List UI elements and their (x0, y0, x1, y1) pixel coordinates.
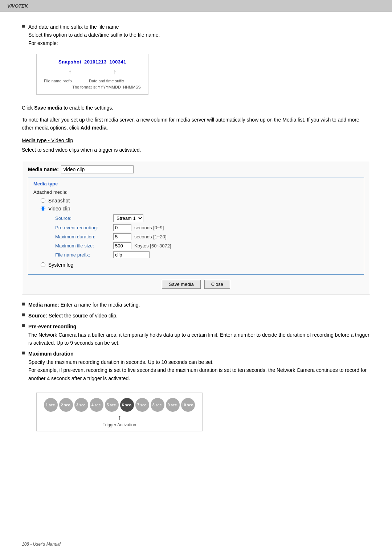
trigger-label: Trigger Activation (44, 422, 195, 427)
video-clip-radio[interactable] (41, 206, 45, 211)
source-select[interactable]: Stream 1 Stream 2 (113, 214, 143, 222)
source-label: Source: (55, 216, 113, 221)
video-clip-radio-row: Video clip (41, 206, 359, 212)
bottom-bullets: Media name: Enter a name for the media s… (22, 301, 370, 383)
footer-page-label: 108 - User's Manual (22, 542, 61, 547)
bullet-icon-source (22, 313, 25, 316)
bullet-text-max-duration: Maximum duration Specify the maximum rec… (28, 350, 370, 382)
system-log-radio[interactable] (41, 262, 45, 267)
bullet-title-1: Add date and time suffix to the file nam… (28, 24, 119, 30)
media-name-row: Media name: (28, 165, 364, 173)
save-media-note: Click Save media to enable the settings. (22, 105, 370, 111)
file-prefix-label: File name prefix: (55, 252, 113, 258)
form-panel: Media name: Media type Attached media: S… (22, 161, 370, 295)
arrow-prefix: ↑ (68, 67, 72, 77)
media-name-label: Media name: (28, 167, 59, 172)
bullet-text-media: Media name: Enter a name for the media s… (28, 301, 370, 309)
media-type-bordered: Media type Attached media: Snapshot Vide… (28, 177, 364, 275)
pre-event-row: Pre-event recording: seconds [0~9] (55, 224, 359, 231)
footer-page: 108 - User's Manual (22, 542, 61, 547)
media-type-sub: Select to send video clips when a trigge… (22, 146, 370, 154)
pre-event-input[interactable] (113, 224, 131, 231)
max-file-label: Maximum file size: (55, 243, 113, 249)
sec-3: 3 sec. (74, 398, 88, 412)
save-media-button[interactable]: Save media (162, 280, 201, 289)
sec-10: 10 sec. (181, 398, 195, 412)
video-clip-label: Video clip (48, 206, 70, 212)
file-prefix-row: File name prefix: (55, 251, 359, 258)
system-log-label: System log (48, 262, 73, 268)
source-row: Source: Stream 1 Stream 2 (55, 214, 359, 222)
sec-2: 2 sec. (59, 398, 73, 412)
file-prefix-input[interactable] (113, 251, 150, 258)
bullet-max-duration: Maximum duration Specify the maximum rec… (22, 350, 370, 382)
add-media-bold: Add media (81, 125, 107, 131)
button-row: Save media Close (28, 280, 364, 289)
bullet-sub-1: Select this option to add a date/time su… (28, 32, 160, 46)
pre-event-label: Pre-event recording: (55, 225, 113, 230)
snapshot-label: Snapshot (48, 198, 70, 204)
close-button[interactable]: Close (204, 280, 230, 289)
sec-8: 8 sec. (151, 398, 164, 412)
bullet-date-suffix: Add date and time suffix to the file nam… (22, 23, 370, 98)
bullet-text-1: Add date and time suffix to the file nam… (28, 23, 370, 47)
page-header: VIVOTEK (0, 0, 392, 12)
media-type-section: Media type - Video clip Select to send v… (22, 136, 370, 154)
filename-example-box: Snapshot_20101213_100341 ↑ ↑ File name p… (36, 54, 148, 95)
max-duration-input[interactable] (113, 233, 131, 240)
sec-1: 1 sec. (44, 398, 58, 412)
sec-circles-row: 1 sec. 2 sec. 3 sec. 4 sec. 5 sec. 6 sec… (44, 398, 195, 412)
save-media-bold: Save media (34, 105, 62, 111)
max-duration-row: Maximum duration: seconds [1~20] (55, 233, 359, 240)
max-file-input[interactable] (113, 242, 131, 249)
media-name-input[interactable] (61, 165, 134, 173)
max-duration-label: Maximum duration: (55, 234, 113, 239)
bullet-title-source: Source: (28, 313, 47, 319)
bullet-title-media: Media name: (28, 302, 59, 308)
max-file-hint: Kbytes [50~3072] (134, 243, 171, 249)
sec-9: 9 sec. (166, 398, 180, 412)
label-prefix: File name prefix (44, 78, 72, 91)
arrows-row: ↑ ↑ (44, 66, 141, 78)
bullet-pre-event: Pre-event recording The Network Camera h… (22, 323, 370, 347)
note-para-1: To note that after you set up the first … (22, 116, 370, 132)
bullet-icon-media (22, 303, 25, 305)
bullet-icon-1 (22, 25, 25, 28)
snapshot-radio[interactable] (41, 198, 45, 203)
main-content: Add date and time suffix to the file nam… (0, 12, 392, 447)
trigger-diagram-box: 1 sec. 2 sec. 3 sec. 4 sec. 5 sec. 6 sec… (36, 393, 203, 431)
sec-5: 5 sec. (105, 398, 119, 412)
pre-event-hint: seconds [0~9] (134, 225, 164, 230)
brand-label: VIVOTEK (7, 3, 28, 9)
max-file-row: Maximum file size: Kbytes [50~3072] (55, 242, 359, 249)
bullet-title-max-duration: Maximum duration (28, 351, 73, 357)
bullet-media-name: Media name: Enter a name for the media s… (22, 301, 370, 309)
bullet-icon-max-duration (22, 352, 25, 354)
media-type-legend: Media type (33, 181, 359, 186)
arrow-suffix: ↑ (113, 67, 117, 77)
bullet-source: Source: Select the source of video clip. (22, 312, 370, 320)
media-type-heading: Media type - Video clip (22, 136, 370, 144)
labels-row: File name prefix Date and time suffixThe… (44, 78, 141, 91)
bullet-icon-pre-event (22, 324, 25, 327)
attached-media-label: Attached media: (33, 189, 359, 195)
sec-7: 7 sec. (135, 398, 149, 412)
page: VIVOTEK Add date and time suffix to the … (0, 0, 392, 554)
sec-6: 6 sec. (120, 398, 134, 412)
bullet-item-1: Add date and time suffix to the file nam… (22, 23, 370, 47)
video-clip-options: Source: Stream 1 Stream 2 Pre-event reco… (55, 214, 359, 258)
snapshot-radio-row: Snapshot (41, 198, 359, 204)
sec-4: 4 sec. (90, 398, 103, 412)
bullet-text-source: Source: Select the source of video clip. (28, 312, 370, 320)
trigger-arrow-icon: ↑ (118, 413, 121, 422)
label-suffix: Date and time suffixThe format is: YYYYM… (72, 78, 141, 91)
system-log-row: System log (41, 262, 359, 268)
max-duration-hint: seconds [1~20] (134, 234, 167, 239)
filename-example-text: Snapshot_20101213_100341 (44, 58, 141, 66)
bullet-text-pre-event: Pre-event recording The Network Camera h… (28, 323, 370, 347)
trigger-arrow-row: ↑ (44, 413, 195, 422)
bullet-title-pre-event: Pre-event recording (28, 324, 76, 329)
